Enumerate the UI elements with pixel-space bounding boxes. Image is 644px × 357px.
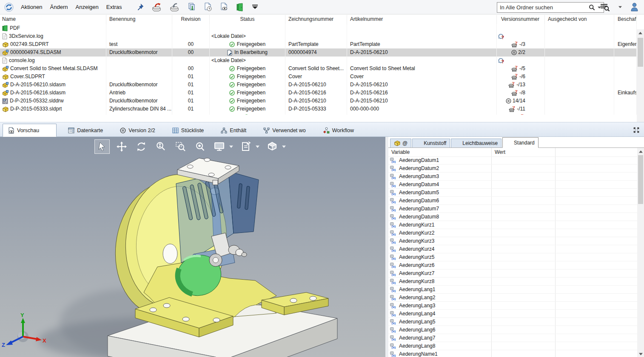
- column-header-revision[interactable]: Revision: [172, 15, 210, 24]
- menu-anzeigen[interactable]: Anzeigen: [72, 4, 103, 10]
- dropdown-caret-button[interactable]: [281, 139, 287, 154]
- config-tab-leichtbauweise[interactable]: roke="#556" stroke-width="1.4"/>Leichtba…: [451, 139, 502, 147]
- variable-row[interactable]: (x)AederungKurz7: [388, 269, 637, 278]
- search-list-button[interactable]: [596, 0, 614, 14]
- open-folder-button[interactable]: [232, 0, 248, 14]
- table-row[interactable]: 3DxService.log<Lokale Datei>?: [0, 32, 637, 40]
- svg-text:(x): (x): [392, 305, 396, 309]
- config-tab-standard[interactable]: roke="#556" stroke-width="1.4"/>Standard: [502, 137, 539, 148]
- released-icon: [229, 98, 235, 104]
- variable-row[interactable]: (x)AederungDatum2: [388, 164, 637, 173]
- tab-vorschau[interactable]: Vorschau: [3, 124, 57, 137]
- config-tab-item[interactable]: @: [390, 139, 411, 147]
- view-orientation-button[interactable]: [265, 139, 280, 154]
- scroll-up-button[interactable]: [637, 148, 644, 155]
- variable-row[interactable]: (x)AederungDatum7: [388, 205, 637, 213]
- table-row[interactable]: Convert Solid to Sheet Metal.SLDASM00Fre…: [0, 65, 637, 73]
- preview-3d-viewport[interactable]: Y X Z: [0, 137, 385, 357]
- pin-button[interactable]: [133, 0, 148, 14]
- zoom-tool-button[interactable]: [153, 139, 168, 154]
- menu-aktionen[interactable]: Aktionen: [17, 4, 46, 10]
- variable-row[interactable]: (x)AederungKurz2: [388, 229, 637, 237]
- variable-row[interactable]: (x)AederungLang4: [388, 310, 637, 318]
- variable-row[interactable]: (x)AederungKurz6: [388, 261, 637, 269]
- table-row[interactable]: ?: [0, 113, 637, 115]
- tab-version-2-2[interactable]: Version 2/2: [114, 125, 161, 136]
- table-row[interactable]: console.log<Lokale Datei>?: [0, 57, 637, 65]
- column-header-zeichnungsnummer[interactable]: Zeichnungsnummer: [285, 15, 347, 24]
- scroll-thumb[interactable]: [638, 38, 643, 67]
- variable-row[interactable]: (x)AederungKurz5: [388, 253, 637, 261]
- table-row[interactable]: D-A-2015-06210.sldasmDruckluftkolbenmoto…: [0, 81, 637, 89]
- variable-row[interactable]: (x)AederungLang1: [388, 286, 637, 294]
- sheet-navigation-button[interactable]: [238, 139, 254, 154]
- variable-row[interactable]: (x)AederungLang2: [388, 294, 637, 302]
- search-dropdown-button[interactable]: [615, 0, 626, 14]
- variable-row[interactable]: (x)AederungDatum3: [388, 173, 637, 181]
- variable-row[interactable]: (x)AederungDatum6: [388, 197, 637, 205]
- tab-enthaelt[interactable]: Enthält: [215, 125, 252, 136]
- zoom-fit-tool-button[interactable]: [192, 139, 208, 154]
- column-header-benennung[interactable]: Benennung: [106, 15, 172, 24]
- table-row[interactable]: D-P-2015-05333.sldprtZylinderschraube DI…: [0, 105, 637, 113]
- table-row[interactable]: D-P-2015-05332.slddrwDruckluftkolbenmoto…: [0, 97, 637, 105]
- variable-row[interactable]: (x)AederungName1: [388, 350, 637, 357]
- file-list-vertical-scrollbar[interactable]: [637, 29, 644, 129]
- table-row[interactable]: 0000004974.SLDASMDruckluftkolbenmotor00I…: [0, 48, 637, 57]
- variable-name: AederungLang2: [399, 295, 435, 300]
- app-refresh-icon[interactable]: [4, 3, 14, 12]
- column-header-name[interactable]: Name: [0, 15, 106, 24]
- pan-tool-button[interactable]: [114, 139, 129, 154]
- dropdown-caret-button[interactable]: [254, 139, 260, 154]
- variable-row[interactable]: (x)AederungLang8: [388, 342, 637, 350]
- scroll-down-button[interactable]: [637, 350, 644, 357]
- tab-stueckliste[interactable]: Stückliste: [167, 125, 210, 136]
- tab-verwendet-wo[interactable]: Verwendet wo: [258, 125, 311, 136]
- rotate-tool-button[interactable]: [134, 139, 149, 154]
- menu-aendern[interactable]: Ändern: [46, 4, 72, 10]
- user-button[interactable]: [627, 0, 642, 14]
- check-in-button[interactable]: [165, 0, 183, 14]
- column-header-versionsnummer[interactable]: Versionsnummer: [497, 15, 545, 24]
- variable-row[interactable]: (x)AederungLang3: [388, 302, 637, 310]
- more-actions-chevron-button[interactable]: [248, 0, 262, 14]
- variable-row[interactable]: (x)AederungDatum8: [388, 213, 637, 221]
- preview-document-button[interactable]: [216, 0, 232, 14]
- table-row[interactable]: 002749.SLDPRTtest00FreigegebenPartTempla…: [0, 40, 637, 48]
- sheet-navigation-dropdown: [238, 139, 260, 154]
- tab-workflow[interactable]: Workflow: [317, 125, 359, 136]
- column-header-artikelnummer[interactable]: Artikelnummer: [347, 15, 497, 24]
- fullscreen-button[interactable]: [632, 126, 641, 136]
- zoom-area-tool-button[interactable]: [173, 139, 188, 154]
- check-out-button[interactable]: [148, 0, 165, 14]
- menu-extras[interactable]: Extras: [103, 4, 126, 10]
- variable-row[interactable]: (x)AederungLang5: [388, 318, 637, 326]
- dropdown-caret-button[interactable]: [228, 139, 234, 154]
- select-tool-button[interactable]: [94, 139, 110, 154]
- tab-datenkarte[interactable]: Datenkarte: [63, 125, 108, 136]
- variable-row[interactable]: (x)AederungLang7: [388, 334, 637, 342]
- display-style-button[interactable]: [212, 139, 227, 154]
- column-header-beschaff[interactable]: Beschaff: [614, 15, 637, 24]
- variable-row[interactable]: (x)AederungDatum1: [388, 156, 637, 164]
- variable-row[interactable]: (x)AederungDatum5: [388, 189, 637, 197]
- table-row[interactable]: Cover.SLDPRT01FreigegebenCoverCover?-/6: [0, 73, 637, 81]
- scroll-thumb[interactable]: [638, 155, 643, 204]
- variable-row[interactable]: (x)AederungDatum4: [388, 181, 637, 189]
- column-header-status[interactable]: Status: [210, 15, 285, 24]
- copy-documents-button[interactable]: [183, 0, 200, 14]
- get-version-button[interactable]: [200, 0, 216, 14]
- variable-row[interactable]: (x)AederungKurz8: [388, 278, 637, 286]
- table-row[interactable]: D-A-2015-06216.sldasmAntrieb01Freigegebe…: [0, 89, 637, 97]
- variable-row[interactable]: (x)AederungLang6: [388, 326, 637, 334]
- config-tab-kunststoff[interactable]: roke="#556" stroke-width="1.4"/>Kunststo…: [412, 139, 450, 147]
- variable-row[interactable]: (x)AederungKurz4: [388, 245, 637, 253]
- table-row[interactable]: PDF: [0, 24, 637, 32]
- variable-scrollbar[interactable]: [637, 148, 644, 357]
- column-header-ausgecheckt-von[interactable]: Ausgecheckt von: [545, 15, 614, 24]
- search-icon[interactable]: [589, 4, 595, 11]
- variable-row[interactable]: (x)AederungKurz3: [388, 237, 637, 245]
- variable-row[interactable]: (x)AederungKurz1: [388, 221, 637, 229]
- scroll-up-button[interactable]: [637, 29, 644, 37]
- search-input[interactable]: [497, 4, 589, 11]
